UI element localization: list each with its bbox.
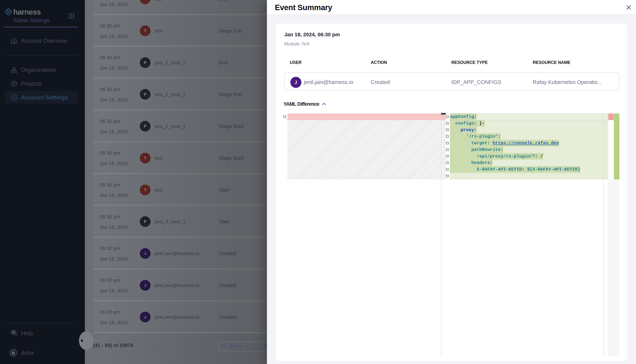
svg-text:?: ? [13,331,14,334]
